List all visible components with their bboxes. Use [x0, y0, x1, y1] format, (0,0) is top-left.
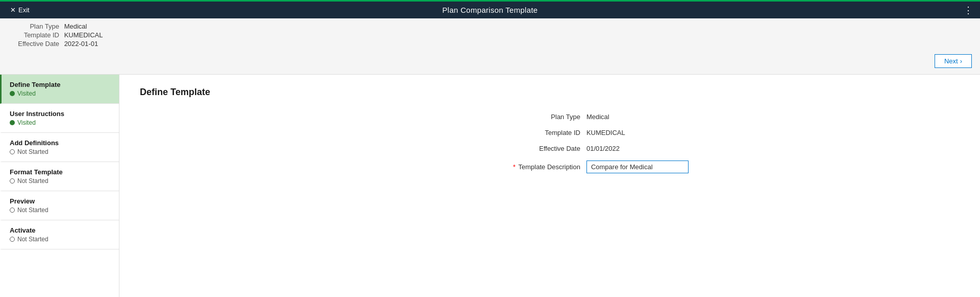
sidebar-item-status-add-definitions: Not Started — [10, 148, 111, 155]
status-text-format-template: Not Started — [17, 177, 48, 185]
status-dot-preview — [10, 208, 15, 213]
next-btn-container: Next › — [935, 54, 972, 68]
next-chevron-icon: › — [960, 57, 962, 65]
effective-date-label: Effective Date — [8, 40, 59, 48]
sidebar-item-title-define-template: Define Template — [10, 81, 111, 88]
status-text-preview: Not Started — [17, 207, 48, 214]
template-description-label-text: Template Description — [519, 163, 580, 171]
content-title: Define Template — [140, 87, 960, 98]
sidebar-item-status-define-template: Visited — [10, 90, 111, 97]
sidebar-item-preview[interactable]: PreviewNot Started — [0, 191, 119, 220]
field-template-id-value: KUMEDICAL — [586, 129, 960, 136]
field-plan-type-label: Plan Type — [242, 113, 580, 121]
field-effective-date-value: 01/01/2022 — [586, 145, 960, 152]
next-button[interactable]: Next › — [935, 54, 972, 68]
exit-icon: ✕ — [10, 6, 16, 14]
sidebar-item-define-template[interactable]: Define TemplateVisited — [0, 75, 119, 104]
field-template-description-label: Template Description — [242, 163, 580, 171]
sidebar-item-format-template[interactable]: Format TemplateNot Started — [0, 162, 119, 191]
effective-date-value: 2022-01-01 — [64, 40, 99, 48]
sidebar: Define TemplateVisitedUser InstructionsV… — [0, 75, 119, 297]
sidebar-item-title-preview: Preview — [10, 197, 111, 205]
sidebar-item-title-user-instructions: User Instructions — [10, 110, 111, 118]
page-title: Plan Comparison Template — [442, 6, 537, 14]
form-fields: Plan Type Medical Template ID KUMEDICAL … — [242, 113, 960, 173]
top-bar: ✕ Exit Plan Comparison Template ⋮ — [0, 0, 980, 18]
sidebar-item-status-user-instructions: Visited — [10, 119, 111, 126]
effective-date-info: Effective Date 2022-01-01 — [8, 40, 972, 48]
template-id-label: Template ID — [8, 31, 59, 39]
next-label: Next — [944, 57, 958, 65]
status-text-add-definitions: Not Started — [17, 148, 48, 155]
sidebar-item-status-format-template: Not Started — [10, 177, 111, 185]
field-template-id-label: Template ID — [242, 129, 580, 136]
content-area: Define Template Plan Type Medical Templa… — [119, 75, 980, 297]
sidebar-item-status-preview: Not Started — [10, 207, 111, 214]
template-id-value: KUMEDICAL — [64, 31, 103, 39]
sidebar-item-status-activate: Not Started — [10, 236, 111, 243]
exit-button[interactable]: ✕ Exit — [6, 5, 34, 15]
field-plan-type-value: Medical — [586, 113, 960, 121]
plan-type-value: Medical — [64, 22, 87, 30]
sidebar-item-activate[interactable]: ActivateNot Started — [0, 220, 119, 249]
sidebar-item-title-activate: Activate — [10, 226, 111, 234]
main-content: Define TemplateVisitedUser InstructionsV… — [0, 75, 980, 297]
exit-label: Exit — [18, 6, 30, 14]
status-dot-user-instructions — [10, 120, 15, 125]
status-dot-add-definitions — [10, 149, 15, 154]
sub-header: Plan Type Medical Template ID KUMEDICAL … — [0, 18, 980, 75]
template-description-input[interactable] — [586, 161, 689, 173]
status-dot-activate — [10, 237, 15, 242]
sidebar-item-title-format-template: Format Template — [10, 168, 111, 176]
status-text-define-template: Visited — [17, 90, 36, 97]
sidebar-item-user-instructions[interactable]: User InstructionsVisited — [0, 104, 119, 133]
status-dot-format-template — [10, 178, 15, 184]
status-dot-define-template — [10, 91, 15, 96]
status-text-user-instructions: Visited — [17, 119, 36, 126]
sidebar-item-add-definitions[interactable]: Add DefinitionsNot Started — [0, 133, 119, 162]
more-options-icon[interactable]: ⋮ — [964, 5, 974, 16]
sidebar-item-title-add-definitions: Add Definitions — [10, 139, 111, 147]
status-text-activate: Not Started — [17, 236, 48, 243]
template-id-info: Template ID KUMEDICAL — [8, 31, 972, 39]
field-effective-date-label: Effective Date — [242, 145, 580, 152]
plan-type-label: Plan Type — [8, 22, 59, 30]
field-template-description-value — [586, 161, 960, 173]
plan-type-info: Plan Type Medical — [8, 22, 972, 30]
